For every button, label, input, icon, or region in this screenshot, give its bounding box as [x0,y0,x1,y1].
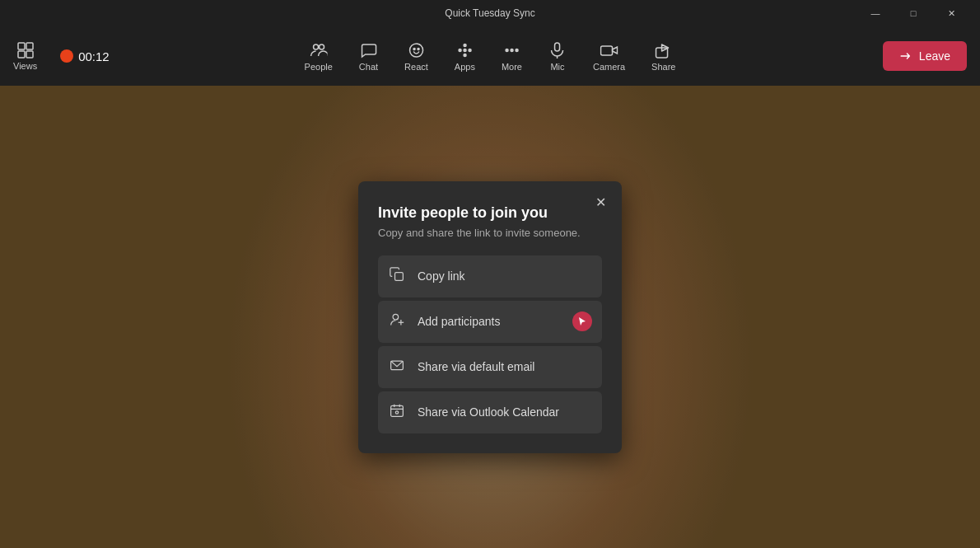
close-button[interactable]: ✕ [932,0,970,26]
recording-dot [60,49,73,63]
modal-title: Invite people to join you [378,204,602,222]
people-icon [310,41,328,59]
svg-rect-2 [18,51,25,58]
chat-button[interactable]: Chat [348,36,390,77]
cursor-indicator [572,311,592,331]
svg-point-7 [413,48,415,49]
leave-icon [899,49,912,63]
video-area: ✕ Invite people to join you Copy and sha… [0,86,980,548]
share-icon [655,41,673,59]
apps-icon [455,41,474,59]
mic-button[interactable]: Mic [537,36,578,77]
react-icon [407,41,425,59]
share-email-button[interactable]: Share via default email [378,346,602,388]
svg-rect-21 [395,272,404,280]
svg-point-30 [395,410,398,413]
svg-rect-17 [555,43,560,51]
svg-point-15 [511,49,513,51]
recording-time: 00:12 [78,49,110,63]
email-icon [388,358,406,377]
share-label: Share [651,62,675,72]
leave-label: Leave [919,49,950,63]
modal-subtitle: Copy and share the link to invite someon… [378,227,602,239]
views-button[interactable]: Views [13,41,37,71]
camera-button[interactable]: Camera [581,36,637,77]
views-label: Views [13,61,37,71]
share-button[interactable]: Share [640,36,687,77]
toolbar-center: People Chat React [293,36,688,77]
more-button[interactable]: More [490,36,534,77]
camera-label: Camera [593,62,625,72]
toolbar-right: Leave [883,41,967,71]
outlook-calendar-icon [388,403,406,422]
modal-overlay: ✕ Invite people to join you Copy and sha… [0,86,980,548]
svg-rect-19 [601,46,613,55]
svg-point-9 [464,49,466,51]
svg-point-14 [506,49,508,51]
svg-point-4 [314,44,319,49]
grid-icon [16,41,35,59]
toolbar: Views 00:12 People Chat [0,26,980,86]
svg-rect-0 [18,43,25,49]
more-icon [502,41,520,59]
copy-link-label: Copy link [418,269,465,283]
svg-point-22 [393,314,399,320]
share-outlook-label: Share via Outlook Calendar [418,405,559,419]
apps-label: Apps [455,62,475,72]
svg-point-6 [409,44,422,57]
invite-modal: ✕ Invite people to join you Copy and sha… [358,181,622,453]
chat-icon [359,41,377,59]
recording-indicator: 00:12 [60,49,110,63]
svg-rect-3 [26,51,33,58]
toolbar-left: Views 00:12 [13,41,110,71]
react-label: React [404,62,428,72]
svg-point-5 [320,44,324,49]
titlebar: Quick Tuesday Sync — □ ✕ [0,0,980,26]
people-label: People [305,62,333,72]
svg-point-16 [516,49,518,51]
chat-label: Chat [359,62,378,72]
titlebar-controls: — □ ✕ [856,0,970,26]
share-email-label: Share via default email [418,360,534,373]
react-button[interactable]: React [393,36,440,77]
svg-point-8 [418,48,419,49]
titlebar-title: Quick Tuesday Sync [445,7,534,19]
apps-button[interactable]: Apps [443,36,487,77]
camera-icon [600,41,618,59]
copy-link-button[interactable]: Copy link [378,255,602,297]
mic-icon [548,41,567,59]
modal-close-button[interactable]: ✕ [589,191,612,214]
add-participants-label: Add participants [418,315,500,328]
svg-rect-1 [26,43,33,49]
share-outlook-button[interactable]: Share via Outlook Calendar [378,391,602,433]
maximize-button[interactable]: □ [894,0,932,26]
people-button[interactable]: People [293,36,344,77]
copy-icon [388,267,406,286]
leave-button[interactable]: Leave [883,41,967,71]
svg-point-11 [464,54,466,56]
svg-point-13 [469,49,471,51]
svg-point-12 [459,49,461,51]
mic-label: Mic [550,62,564,72]
svg-point-10 [464,44,466,46]
more-label: More [502,62,522,72]
add-participants-icon [388,312,406,331]
minimize-button[interactable]: — [856,0,894,26]
add-participants-button[interactable]: Add participants [378,301,602,343]
